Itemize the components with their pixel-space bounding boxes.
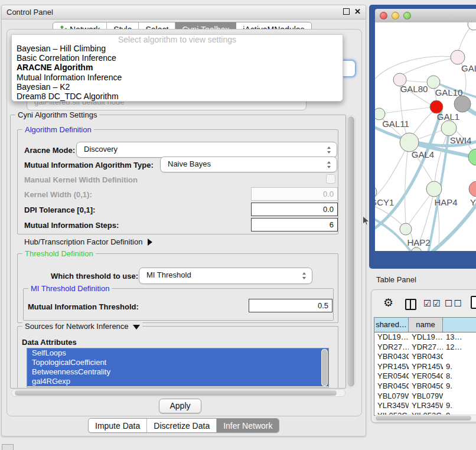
network-node[interactable] <box>427 76 440 89</box>
which-threshold-value: MI Threshold <box>146 270 191 279</box>
network-node[interactable] <box>468 149 476 165</box>
attribute-item-selfloops[interactable]: SelfLoops <box>27 348 328 358</box>
network-node[interactable] <box>454 96 471 112</box>
mi-threshold-group-title: MI Threshold Definition <box>28 284 112 293</box>
apply-button[interactable]: Apply <box>159 399 201 413</box>
control-panel-window: Control Panel ✕ NetworkStyleSelectCyni T… <box>1 5 366 436</box>
table-cell: YER054C <box>409 371 443 381</box>
network-node-label: GAL80 <box>400 84 428 94</box>
tab-impute-data[interactable]: Impute Data <box>89 419 147 432</box>
window-zoom-icon[interactable] <box>403 12 411 19</box>
table-row[interactable]: YBL079WYBL079W <box>374 392 476 402</box>
network-node[interactable] <box>469 181 476 197</box>
algorithm-dropdown-items: Bayesian – Hill ClimbingBasic Correlatio… <box>12 44 343 101</box>
network-node[interactable] <box>375 185 377 198</box>
algorithm-option-bayesian-hill-climbing[interactable]: Bayesian – Hill Climbing <box>12 44 343 53</box>
deselect-all-columns-icon[interactable]: ☐☐ <box>445 298 463 309</box>
table-cell: 9. <box>443 362 476 372</box>
algorithm-option-dream8-dc-tdc-algorithm[interactable]: Dream8 DC_TDC Algorithm <box>12 92 343 101</box>
network-node-label: GAL <box>461 63 476 73</box>
mi-threshold-field[interactable]: 0.5 <box>249 299 332 312</box>
float-window-icon[interactable] <box>343 8 350 15</box>
select-all-columns-icon[interactable]: ☑☑ <box>423 298 442 309</box>
network-node-label: GAL1 <box>437 112 459 122</box>
table-row[interactable]: YDL19…YDL19…13… <box>374 332 476 343</box>
close-icon[interactable]: ✕ <box>354 8 361 15</box>
dpi-tolerance-field[interactable]: 0.0 <box>251 203 338 216</box>
table-horizontal-scrollbar[interactable] <box>374 415 476 422</box>
table-cell <box>443 392 476 402</box>
column-header-2[interactable] <box>443 318 476 332</box>
column-header-name[interactable]: name <box>409 318 443 332</box>
settings-horizontal-scrollbar[interactable] <box>11 389 345 397</box>
mi-steps-field[interactable]: 6 <box>251 218 338 231</box>
tab-discretize-data[interactable]: Discretize Data <box>147 419 217 432</box>
network-node-label: GAL11 <box>382 119 409 129</box>
network-node[interactable] <box>441 120 457 136</box>
table-row[interactable]: YDR27…YDR27…12… <box>374 343 476 353</box>
network-window-titlebar[interactable] <box>375 9 476 23</box>
aracne-mode-label: Aracne Mode: <box>24 146 75 155</box>
export-table-icon[interactable] <box>471 296 476 309</box>
control-panel-titlebar: Control Panel ✕ <box>2 5 366 19</box>
attribute-item-topologicalcoefficient[interactable]: TopologicalCoefficient <box>27 358 328 367</box>
mi-steps-label: Mutual Information Steps: <box>24 221 119 230</box>
table-panel-window: ⚙ ☑☑ ☐☐ shared…name YDL19…YDL19…13…YDR27… <box>371 289 476 423</box>
overview-toggle-box[interactable] <box>2 444 14 450</box>
network-node[interactable] <box>451 50 465 64</box>
table-row[interactable]: YER054CYER054C8. <box>374 371 476 381</box>
table-row[interactable]: YPR145WYPR145W9. <box>374 362 476 372</box>
manual-kernel-label: Manual Kernel Width Definition <box>24 175 138 184</box>
network-node[interactable] <box>400 223 412 235</box>
network-node[interactable] <box>426 181 442 197</box>
network-node[interactable] <box>411 247 422 251</box>
gear-icon[interactable]: ⚙ <box>383 296 393 309</box>
window-close-icon[interactable] <box>380 12 387 19</box>
split-columns-icon[interactable] <box>405 299 416 310</box>
network-node-label: SWI4 <box>450 135 472 145</box>
algorithm-dropdown: Select algorithm to view settings Bayesi… <box>11 34 343 102</box>
algorithm-option-mutual-information-inference[interactable]: Mutual Information Inference <box>12 73 343 82</box>
table-row[interactable]: YLR345WYLR345W9. <box>374 401 476 411</box>
spinner-arrows-icon <box>302 272 307 279</box>
table-row[interactable]: YBR045CYBR045C9. <box>374 381 476 392</box>
manual-kernel-checkbox[interactable] <box>326 174 335 184</box>
table-cell: 9. <box>443 381 476 392</box>
table-cell: 9. <box>443 401 476 411</box>
algorithm-option-bayesian-k2[interactable]: Bayesian – K2 <box>12 82 343 92</box>
which-threshold-label: Which threshold to use: <box>51 272 138 281</box>
network-view-frame: GALGAL80GAL10GAL1GAL11SWI4GAL4GCY1HAP4YH… <box>369 5 476 269</box>
table-cell: YBL079W <box>374 392 409 402</box>
algorithm-dropdown-prompt: Select algorithm to view settings <box>12 35 343 44</box>
spinner-arrows-icon <box>327 161 331 168</box>
attribute-item-gal4rgexp[interactable]: gal4RGexp <box>27 377 328 386</box>
attribute-item-betweennesscentrality[interactable]: BetweennessCentrality <box>27 367 328 377</box>
mi-type-label: Mutual Information Algorithm Type: <box>24 161 154 169</box>
kernel-width-label: Kernel Width (0,1): <box>24 190 92 199</box>
table-cell: YER054C <box>374 371 409 381</box>
column-header-shared[interactable]: shared… <box>374 318 409 332</box>
settings-vertical-scrollbar[interactable] <box>346 115 356 388</box>
algorithm-option-aracne-algorithm[interactable]: ARACNE Algorithm <box>12 63 343 72</box>
network-canvas[interactable]: GALGAL80GAL10GAL1GAL11SWI4GAL4GCY1HAP4YH… <box>375 22 476 251</box>
algorithm-option-basic-correlation-inference[interactable]: Basic Correlation Inference <box>12 53 343 63</box>
mi-type-combo[interactable]: Naive Bayes <box>160 156 337 172</box>
table-row[interactable]: YBR043CYBR043C <box>374 352 476 362</box>
network-node[interactable] <box>375 108 385 120</box>
tab-infer-network[interactable]: Infer Network <box>217 419 279 432</box>
kernel-width-field[interactable]: 0.0 <box>251 187 338 201</box>
attributes-list-scrollbar[interactable] <box>321 349 328 386</box>
sources-group-toggle[interactable]: Sources for Network Inference <box>22 322 142 331</box>
node-table: shared…name YDL19…YDL19…13…YDR27…YDR27…1… <box>374 317 476 416</box>
which-threshold-combo[interactable]: MI Threshold <box>139 268 312 284</box>
table-cell: YBR045C <box>409 381 443 392</box>
aracne-mode-combo[interactable]: Discovery <box>76 142 337 158</box>
threshold-definition-title: Threshold Definition <box>22 249 96 258</box>
window-minimize-icon[interactable] <box>392 12 399 19</box>
expand-right-icon <box>148 239 152 246</box>
table-cell: YLR345W <box>409 401 443 411</box>
hub-definition-toggle[interactable]: Hub/Transcription Factor Definition <box>24 237 152 246</box>
data-attributes-list[interactable]: SelfLoopsTopologicalCoefficientBetweenne… <box>27 348 329 387</box>
panel-title: Control Panel <box>6 8 53 17</box>
spinner-arrows-icon <box>327 146 331 154</box>
